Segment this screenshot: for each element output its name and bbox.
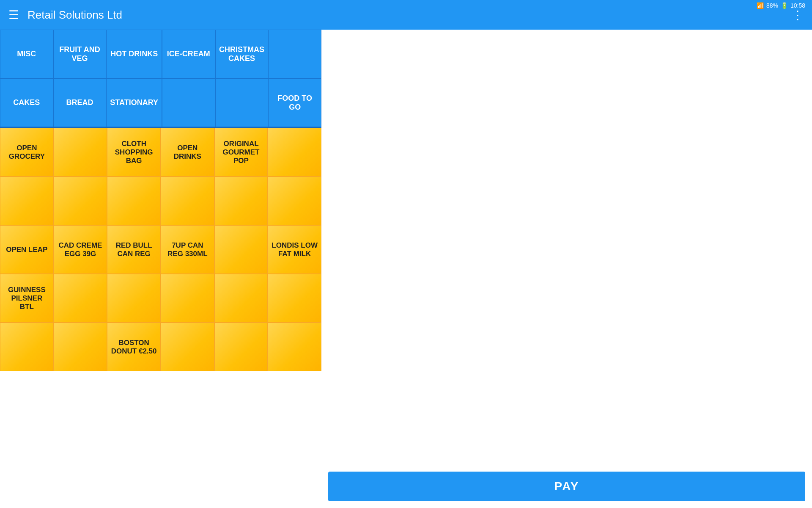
category-cell-4[interactable]: CHRISTMAS CAKES <box>215 30 269 78</box>
menu-icon[interactable]: ☰ <box>8 8 19 22</box>
product-cell-12[interactable]: OPEN LEAP <box>0 225 54 274</box>
app-title: Retail Solutions Ltd <box>27 8 783 22</box>
product-cell-2[interactable]: CLOTH SHOPPING BAG <box>107 128 161 177</box>
category-cell-2[interactable]: HOT DRINKS <box>106 30 162 78</box>
product-cell-27 <box>161 323 214 371</box>
product-cell-25 <box>54 323 107 371</box>
product-cell-11 <box>268 177 321 225</box>
product-cell-7 <box>54 177 107 225</box>
product-cell-21 <box>161 274 214 323</box>
status-bar: 📶 88% 🔋 10:58 <box>757 2 805 9</box>
product-cell-28 <box>214 323 268 371</box>
product-cell-19 <box>54 274 107 323</box>
category-cell-3[interactable]: ICE-CREAM <box>162 30 215 78</box>
product-cell-0[interactable]: OPEN GROCERY <box>0 128 54 177</box>
time-display: 10:58 <box>790 2 805 9</box>
product-cell-20 <box>107 274 161 323</box>
category-cell-8[interactable]: STATIONARY <box>106 78 162 127</box>
product-cell-24 <box>0 323 54 371</box>
product-cell-22 <box>214 274 268 323</box>
product-cell-17[interactable]: LONDIS LOW FAT MILK <box>268 225 321 274</box>
main-content: MISCFRUIT AND VEGHOT DRINKSICE-CREAMCHRI… <box>0 30 812 508</box>
category-cell-10 <box>215 78 269 127</box>
product-cell-13[interactable]: CAD CREME EGG 39G <box>54 225 107 274</box>
product-cell-23 <box>268 274 321 323</box>
more-options-icon[interactable]: ⋮ <box>792 8 804 22</box>
product-cell-10 <box>214 177 268 225</box>
product-cell-5 <box>268 128 321 177</box>
product-cell-9 <box>161 177 214 225</box>
product-cell-15[interactable]: 7UP CAN REG 330ML <box>161 225 214 274</box>
product-cell-26[interactable]: BOSTON DONUT €2.50 <box>107 323 161 371</box>
category-cell-7[interactable]: BREAD <box>53 78 107 127</box>
wifi-icon: 📶 <box>757 2 764 9</box>
product-grid: OPEN GROCERYCLOTH SHOPPING BAGOPEN DRINK… <box>0 128 321 508</box>
product-cell-3[interactable]: OPEN DRINKS <box>161 128 214 177</box>
product-cell-8 <box>107 177 161 225</box>
product-panel: MISCFRUIT AND VEGHOT DRINKSICE-CREAMCHRI… <box>0 30 321 508</box>
app-bar: ☰ Retail Solutions Ltd ⋮ <box>0 0 812 30</box>
battery-percent: 88% <box>766 2 778 9</box>
category-cell-0[interactable]: MISC <box>0 30 53 78</box>
product-cell-1 <box>54 128 107 177</box>
product-cell-16 <box>214 225 268 274</box>
product-cell-29 <box>268 323 321 371</box>
right-panel: PAY <box>321 30 812 508</box>
product-cell-14[interactable]: RED BULL CAN REG <box>107 225 161 274</box>
category-cell-9 <box>162 78 215 127</box>
category-cell-1[interactable]: FRUIT AND VEG <box>53 30 107 78</box>
product-cell-6 <box>0 177 54 225</box>
category-cell-11[interactable]: FOOD TO GO <box>268 78 321 127</box>
category-grid: MISCFRUIT AND VEGHOT DRINKSICE-CREAMCHRI… <box>0 30 321 128</box>
battery-icon: 🔋 <box>781 2 788 9</box>
category-cell-6[interactable]: CAKES <box>0 78 53 127</box>
product-cell-18[interactable]: GUINNESS PILSNER BTL <box>0 274 54 323</box>
pay-button[interactable]: PAY <box>328 472 805 501</box>
product-cell-4[interactable]: ORIGINAL GOURMET POP <box>214 128 268 177</box>
category-cell-5 <box>268 30 321 78</box>
